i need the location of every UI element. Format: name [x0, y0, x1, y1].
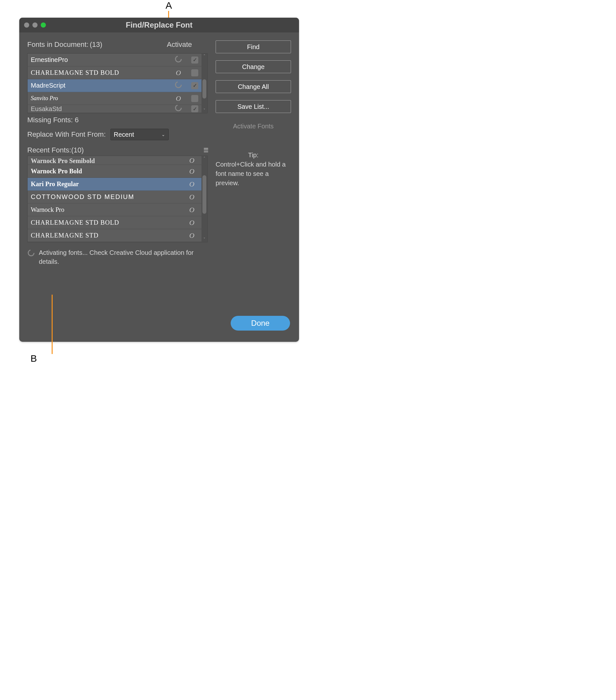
font-name: MadreScript	[31, 82, 172, 89]
font-type-icon: O	[172, 95, 185, 103]
callout-a-label: A	[165, 0, 172, 11]
svg-point-0	[176, 56, 181, 62]
font-type-icon: O	[186, 193, 198, 201]
replace-source-dropdown[interactable]: Recent ⌄	[110, 129, 169, 140]
font-row[interactable]: Warnock ProO	[28, 203, 207, 216]
font-name: Warnock Pro Semibold	[31, 157, 186, 165]
status-message: Activating fonts... Check Creative Cloud…	[39, 248, 207, 266]
svg-point-1	[176, 82, 181, 88]
font-name: CHARLEMAGNE STD BOLD	[31, 69, 172, 76]
svg-point-3	[28, 250, 34, 256]
callout-b-line	[52, 295, 53, 354]
font-type-icon: O	[172, 69, 185, 77]
scroll-down-icon[interactable]: ˅	[201, 108, 207, 113]
activate-checkbox[interactable]	[191, 82, 198, 89]
spinner-icon	[27, 249, 35, 257]
missing-fonts-count: 6	[75, 116, 79, 124]
scroll-up-icon[interactable]: ˄	[201, 54, 207, 59]
chevron-down-icon: ⌄	[161, 132, 165, 137]
traffic-lights	[24, 23, 46, 28]
save-list-button[interactable]: Save List...	[216, 100, 291, 113]
font-name: Sanvito Pro	[31, 95, 172, 102]
font-type-icon: O	[186, 167, 198, 176]
font-row[interactable]: Warnock Pro SemiboldO	[28, 156, 207, 165]
font-row[interactable]: Warnock Pro BoldO	[28, 165, 207, 178]
scroll-up-icon[interactable]: ˄	[201, 156, 207, 161]
font-name: ErnestinePro	[31, 56, 172, 64]
font-row[interactable]: EusakaStd	[28, 105, 207, 113]
font-name: CHARLEMAGNE STD BOLD	[31, 219, 186, 226]
font-type-icon: O	[186, 156, 198, 165]
scroll-down-icon[interactable]: ˅	[201, 237, 207, 242]
activate-checkbox[interactable]	[191, 105, 198, 112]
fonts-in-document-list[interactable]: ErnestineProCHARLEMAGNE STD BOLDOMadreSc…	[27, 53, 208, 113]
minimize-icon[interactable]	[33, 23, 38, 28]
dropdown-value: Recent	[114, 131, 134, 138]
recent-fonts-count: (10)	[71, 146, 84, 154]
activate-checkbox[interactable]	[191, 95, 198, 102]
activate-column-label: Activate	[167, 40, 192, 49]
replace-with-label: Replace With Font From:	[27, 130, 106, 139]
font-type-icon: O	[186, 218, 198, 227]
scrollbar[interactable]: ˄ ˅	[201, 156, 207, 242]
font-name: COTTONWOOD STD MEDIUM	[31, 193, 186, 201]
recent-fonts-list[interactable]: Warnock Pro SemiboldOWarnock Pro BoldOKa…	[27, 156, 208, 242]
maximize-icon[interactable]	[41, 23, 46, 28]
font-name: CHARLEMAGNE STD	[31, 232, 186, 239]
titlebar: Find/Replace Font	[19, 18, 299, 33]
font-row[interactable]: COTTONWOOD STD MEDIUMO	[28, 191, 207, 203]
scroll-thumb[interactable]	[202, 175, 206, 214]
font-name: Kari Pro Regular	[31, 180, 186, 188]
callout-b-label: B	[30, 353, 37, 364]
font-row[interactable]: CHARLEMAGNE STDO	[28, 229, 207, 242]
tip-text: Tip: Control+Click and hold a font name …	[216, 151, 291, 188]
window-title: Find/Replace Font	[126, 21, 192, 29]
list-view-icon[interactable]: ☰	[203, 147, 208, 154]
done-button[interactable]: Done	[231, 316, 290, 330]
font-row[interactable]: Kari Pro RegularO	[28, 178, 207, 191]
activate-fonts-button: Activate Fonts	[216, 120, 291, 132]
font-name: EusakaStd	[31, 105, 172, 113]
font-row[interactable]: Sanvito ProO	[28, 92, 207, 105]
activate-checkbox[interactable]	[191, 57, 198, 64]
find-button[interactable]: Find	[216, 40, 291, 53]
font-type-icon: O	[186, 206, 198, 214]
dialog-window: Find/Replace Font Fonts in Document: (13…	[19, 18, 299, 342]
scrollbar[interactable]: ˄ ˅	[201, 54, 207, 113]
font-name: Warnock Pro Bold	[31, 167, 186, 175]
spinner-icon	[172, 55, 185, 65]
spinner-icon	[172, 81, 185, 90]
font-name: Warnock Pro	[31, 206, 186, 213]
spinner-icon	[172, 105, 185, 113]
font-type-icon: O	[186, 180, 198, 188]
font-row[interactable]: ErnestinePro	[28, 54, 207, 66]
font-row[interactable]: CHARLEMAGNE STD BOLDO	[28, 216, 207, 229]
activate-checkbox[interactable]	[191, 69, 198, 76]
change-all-button[interactable]: Change All	[216, 80, 291, 93]
missing-fonts-label: Missing Fonts:	[27, 116, 73, 124]
svg-point-2	[176, 105, 181, 111]
fonts-in-doc-label: Fonts in Document:	[27, 40, 89, 49]
recent-fonts-label: Recent Fonts:	[27, 146, 71, 154]
font-type-icon: O	[186, 232, 198, 240]
font-row[interactable]: CHARLEMAGNE STD BOLDO	[28, 66, 207, 79]
close-icon[interactable]	[24, 23, 29, 28]
scroll-thumb[interactable]	[202, 79, 206, 99]
fonts-in-doc-count: (13)	[90, 40, 102, 49]
font-row[interactable]: MadreScript	[28, 79, 207, 92]
change-button[interactable]: Change	[216, 60, 291, 73]
